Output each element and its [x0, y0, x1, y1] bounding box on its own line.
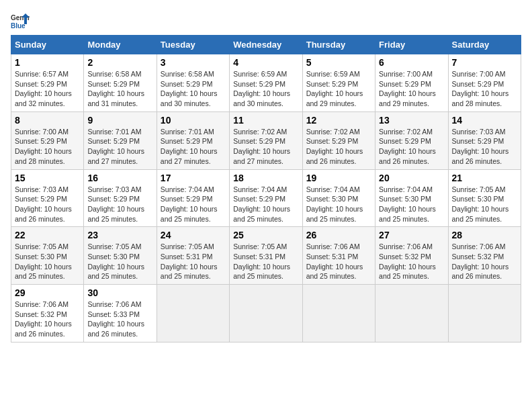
day-number: 29 [15, 287, 80, 298]
calendar-cell: 15Sunrise: 7:03 AMSunset: 5:29 PMDayligh… [11, 169, 84, 227]
calendar-week-2: 8Sunrise: 7:00 AMSunset: 5:29 PMDaylight… [11, 111, 521, 169]
day-number: 18 [233, 173, 298, 183]
day-number: 28 [452, 230, 517, 240]
calendar-cell: 3Sunrise: 6:58 AMSunset: 5:29 PMDaylight… [157, 54, 229, 112]
calendar-cell [302, 285, 375, 342]
day-number: 7 [452, 57, 517, 68]
calendar-cell: 25Sunrise: 7:05 AMSunset: 5:31 PMDayligh… [230, 227, 302, 285]
calendar-cell: 22Sunrise: 7:05 AMSunset: 5:30 PMDayligh… [11, 227, 84, 285]
day-number: 30 [87, 287, 152, 298]
day-info: Sunrise: 7:01 AMSunset: 5:29 PMDaylight:… [87, 127, 152, 167]
calendar-cell: 8Sunrise: 7:00 AMSunset: 5:29 PMDaylight… [11, 111, 84, 169]
day-number: 19 [306, 173, 371, 183]
day-info: Sunrise: 7:05 AMSunset: 5:31 PMDaylight:… [233, 242, 298, 281]
calendar-cell: 30Sunrise: 7:06 AMSunset: 5:33 PMDayligh… [84, 285, 157, 342]
calendar-cell: 1Sunrise: 6:57 AMSunset: 5:29 PMDaylight… [11, 54, 84, 112]
calendar-cell: 9Sunrise: 7:01 AMSunset: 5:29 PMDaylight… [84, 111, 157, 169]
day-info: Sunrise: 7:01 AMSunset: 5:29 PMDaylight:… [161, 127, 226, 167]
calendar-cell: 14Sunrise: 7:03 AMSunset: 5:29 PMDayligh… [448, 111, 521, 169]
day-number: 6 [379, 57, 444, 68]
calendar-cell [157, 285, 229, 342]
day-info: Sunrise: 7:03 AMSunset: 5:29 PMDaylight:… [452, 127, 517, 167]
calendar-cell: 23Sunrise: 7:05 AMSunset: 5:30 PMDayligh… [84, 227, 157, 285]
day-info: Sunrise: 7:04 AMSunset: 5:30 PMDaylight:… [379, 185, 444, 224]
day-info: Sunrise: 7:06 AMSunset: 5:32 PMDaylight:… [15, 300, 80, 339]
day-info: Sunrise: 7:06 AMSunset: 5:31 PMDaylight:… [306, 242, 371, 281]
day-number: 20 [379, 173, 444, 183]
calendar-cell: 10Sunrise: 7:01 AMSunset: 5:29 PMDayligh… [157, 111, 229, 169]
day-info: Sunrise: 7:04 AMSunset: 5:29 PMDaylight:… [233, 185, 298, 224]
calendar-cell: 11Sunrise: 7:02 AMSunset: 5:29 PMDayligh… [230, 111, 302, 169]
calendar-cell: 17Sunrise: 7:04 AMSunset: 5:29 PMDayligh… [157, 169, 229, 227]
day-header-sunday: Sunday [11, 36, 84, 54]
day-number: 23 [87, 230, 152, 240]
calendar-cell: 19Sunrise: 7:04 AMSunset: 5:30 PMDayligh… [302, 169, 375, 227]
day-number: 22 [15, 230, 80, 240]
day-number: 26 [306, 230, 371, 240]
calendar-cell: 26Sunrise: 7:06 AMSunset: 5:31 PMDayligh… [302, 227, 375, 285]
calendar-week-4: 22Sunrise: 7:05 AMSunset: 5:30 PMDayligh… [11, 227, 521, 285]
day-info: Sunrise: 7:05 AMSunset: 5:30 PMDaylight:… [87, 242, 152, 281]
calendar-cell: 6Sunrise: 7:00 AMSunset: 5:29 PMDaylight… [375, 54, 448, 112]
day-info: Sunrise: 6:58 AMSunset: 5:29 PMDaylight:… [87, 69, 152, 109]
day-info: Sunrise: 7:05 AMSunset: 5:30 PMDaylight:… [452, 185, 517, 224]
day-info: Sunrise: 6:59 AMSunset: 5:29 PMDaylight:… [306, 69, 371, 109]
day-number: 2 [87, 57, 152, 68]
calendar-cell: 28Sunrise: 7:06 AMSunset: 5:32 PMDayligh… [448, 227, 521, 285]
day-info: Sunrise: 7:05 AMSunset: 5:31 PMDaylight:… [161, 242, 226, 281]
day-number: 4 [233, 57, 298, 68]
day-header-tuesday: Tuesday [157, 36, 229, 54]
day-number: 14 [452, 115, 517, 126]
logo-icon: General Blue [11, 11, 30, 30]
calendar-cell: 5Sunrise: 6:59 AMSunset: 5:29 PMDaylight… [302, 54, 375, 112]
day-info: Sunrise: 6:57 AMSunset: 5:29 PMDaylight:… [15, 69, 80, 109]
calendar-table: SundayMondayTuesdayWednesdayThursdayFrid… [11, 35, 521, 342]
day-info: Sunrise: 7:04 AMSunset: 5:29 PMDaylight:… [161, 185, 226, 224]
day-number: 9 [87, 115, 152, 126]
day-info: Sunrise: 7:05 AMSunset: 5:30 PMDaylight:… [15, 242, 80, 281]
day-info: Sunrise: 7:00 AMSunset: 5:29 PMDaylight:… [452, 69, 517, 109]
calendar-week-1: 1Sunrise: 6:57 AMSunset: 5:29 PMDaylight… [11, 54, 521, 112]
day-info: Sunrise: 7:06 AMSunset: 5:33 PMDaylight:… [87, 300, 152, 339]
day-number: 21 [452, 173, 517, 183]
calendar-week-3: 15Sunrise: 7:03 AMSunset: 5:29 PMDayligh… [11, 169, 521, 227]
day-info: Sunrise: 7:04 AMSunset: 5:30 PMDaylight:… [306, 185, 371, 224]
day-number: 13 [379, 115, 444, 126]
svg-text:Blue: Blue [11, 22, 26, 30]
day-number: 24 [161, 230, 226, 240]
day-number: 16 [87, 173, 152, 183]
day-info: Sunrise: 7:02 AMSunset: 5:29 PMDaylight:… [379, 127, 444, 167]
day-number: 17 [161, 173, 226, 183]
calendar-cell: 16Sunrise: 7:03 AMSunset: 5:29 PMDayligh… [84, 169, 157, 227]
day-info: Sunrise: 7:00 AMSunset: 5:29 PMDaylight:… [379, 69, 444, 109]
day-header-monday: Monday [84, 36, 157, 54]
day-info: Sunrise: 7:03 AMSunset: 5:29 PMDaylight:… [87, 185, 152, 224]
calendar-week-5: 29Sunrise: 7:06 AMSunset: 5:32 PMDayligh… [11, 285, 521, 342]
day-number: 11 [233, 115, 298, 126]
calendar-cell: 20Sunrise: 7:04 AMSunset: 5:30 PMDayligh… [375, 169, 448, 227]
calendar-cell [375, 285, 448, 342]
day-info: Sunrise: 7:02 AMSunset: 5:29 PMDaylight:… [233, 127, 298, 167]
calendar-cell: 18Sunrise: 7:04 AMSunset: 5:29 PMDayligh… [230, 169, 302, 227]
calendar-cell: 2Sunrise: 6:58 AMSunset: 5:29 PMDaylight… [84, 54, 157, 112]
calendar-cell: 29Sunrise: 7:06 AMSunset: 5:32 PMDayligh… [11, 285, 84, 342]
calendar-cell [448, 285, 521, 342]
day-number: 27 [379, 230, 444, 240]
day-info: Sunrise: 6:59 AMSunset: 5:29 PMDaylight:… [233, 69, 298, 109]
day-info: Sunrise: 6:58 AMSunset: 5:29 PMDaylight:… [161, 69, 226, 109]
day-info: Sunrise: 7:02 AMSunset: 5:29 PMDaylight:… [306, 127, 371, 167]
day-number: 8 [15, 115, 80, 126]
day-number: 12 [306, 115, 371, 126]
day-number: 25 [233, 230, 298, 240]
calendar-cell [230, 285, 302, 342]
calendar-cell: 13Sunrise: 7:02 AMSunset: 5:29 PMDayligh… [375, 111, 448, 169]
day-header-saturday: Saturday [448, 36, 521, 54]
day-number: 1 [15, 57, 80, 68]
day-header-wednesday: Wednesday [230, 36, 302, 54]
calendar-cell: 7Sunrise: 7:00 AMSunset: 5:29 PMDaylight… [448, 54, 521, 112]
calendar-cell: 12Sunrise: 7:02 AMSunset: 5:29 PMDayligh… [302, 111, 375, 169]
calendar-cell: 27Sunrise: 7:06 AMSunset: 5:32 PMDayligh… [375, 227, 448, 285]
header-row: SundayMondayTuesdayWednesdayThursdayFrid… [11, 36, 521, 54]
day-header-friday: Friday [375, 36, 448, 54]
day-info: Sunrise: 7:06 AMSunset: 5:32 PMDaylight:… [379, 242, 444, 281]
